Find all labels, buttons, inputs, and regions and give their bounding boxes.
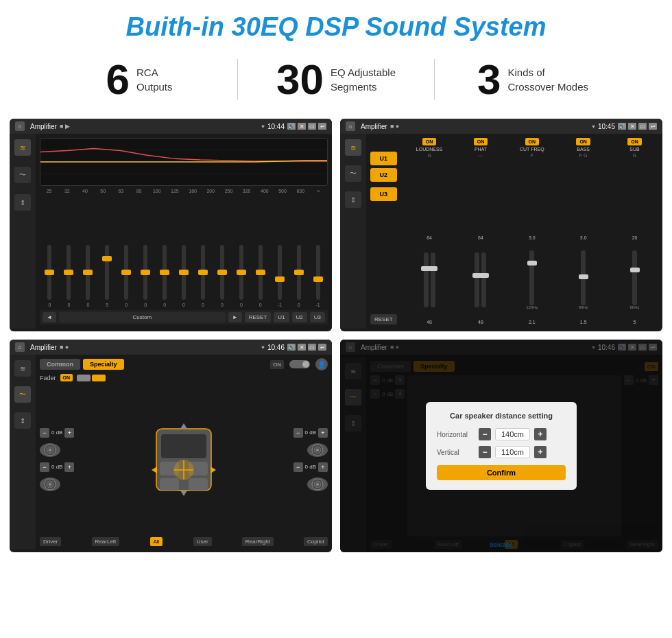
confirm-button[interactable]: Confirm	[437, 465, 566, 480]
slider-track-14[interactable]	[297, 245, 301, 300]
u3-button-1[interactable]: U3	[310, 312, 325, 322]
user-btn-3[interactable]: User	[193, 537, 212, 546]
stat-rca: 6 RCAOutputs	[41, 58, 237, 101]
eq-sidebar-wave-icon[interactable]: 〜	[14, 167, 31, 183]
eq-sidebar-eq-icon[interactable]: ≋	[14, 139, 31, 156]
slider-track-8[interactable]	[182, 245, 186, 300]
slider-col-12	[252, 245, 269, 300]
slider-track-7[interactable]	[163, 245, 167, 300]
slider-track-10[interactable]	[220, 245, 224, 300]
amp3-arrows-icon[interactable]: ⇕	[14, 412, 31, 429]
slider-track-4[interactable]	[105, 245, 109, 300]
slider-col-1	[41, 245, 58, 300]
db-row-rr: − 0 dB +	[293, 462, 328, 472]
prev-button[interactable]: ◄	[43, 312, 56, 322]
db-minus-rl[interactable]: −	[40, 462, 49, 472]
reset-button-1[interactable]: RESET	[245, 312, 272, 322]
slider-track-6[interactable]	[143, 245, 147, 300]
fader-label: Fader	[40, 375, 56, 381]
dialog-title: Car speaker distance setting	[437, 412, 566, 420]
rearleft-btn-3[interactable]: RearLeft	[92, 537, 120, 546]
bass-label: BASS	[577, 147, 590, 152]
horizontal-minus-btn[interactable]: −	[479, 428, 491, 440]
vertical-plus-btn[interactable]: +	[534, 446, 547, 458]
amp3-eq-icon[interactable]: ≋	[14, 360, 31, 377]
fader-on-btn[interactable]: ON	[60, 374, 73, 381]
db-row-fr: − 0 dB +	[293, 428, 328, 438]
home-icon-1[interactable]: ⌂	[15, 121, 25, 131]
u2-button-1[interactable]: U2	[292, 312, 307, 322]
u1-button-1[interactable]: U1	[274, 312, 289, 322]
slider-track-13[interactable]	[278, 245, 282, 300]
slider-track-2[interactable]	[67, 245, 71, 300]
amp3-wave-icon[interactable]: 〜	[14, 386, 31, 403]
val-9: 0	[195, 303, 212, 307]
home-icon-2[interactable]: ⌂	[346, 121, 355, 131]
speaker-icon-2: 🔊	[618, 123, 626, 130]
slider-col-7	[156, 245, 173, 300]
expand-icon[interactable]: »	[311, 189, 326, 193]
slider-track-15[interactable]	[316, 245, 320, 300]
db-plus-fl[interactable]: +	[64, 428, 74, 438]
copilot-btn-3[interactable]: Copilot	[304, 537, 328, 546]
slider-track-12[interactable]	[259, 245, 263, 300]
toggle-switch-3[interactable]	[289, 360, 310, 368]
screen-dialog: ⌂ Amplifier ■ ● ♥ 10:46 🔊 ✕ ▭ ↩ ≋ 〜 ⇕ Co…	[340, 340, 662, 552]
sub-on[interactable]: ON	[627, 138, 642, 145]
screen-speaker: ⌂ Amplifier ■ ● ♥ 10:46 🔊 ✕ ▭ ↩ ≋ 〜 ⇕	[10, 340, 332, 552]
next-button[interactable]: ►	[228, 312, 242, 322]
db-plus-rr[interactable]: +	[318, 462, 328, 472]
vertical-minus-btn[interactable]: −	[479, 446, 491, 458]
custom-button[interactable]: Custom	[59, 312, 226, 322]
slider-track-11[interactable]	[239, 245, 243, 300]
amp2-arrows-icon[interactable]: ⇕	[345, 191, 361, 208]
specialty-tab-3[interactable]: Specialty	[83, 359, 124, 370]
back-icon-3: ↩	[318, 344, 326, 351]
fader-slider-track[interactable]	[77, 375, 91, 381]
phat-on[interactable]: ON	[474, 138, 488, 145]
profile-icon-3[interactable]: 👤	[315, 358, 328, 370]
horizontal-plus-btn[interactable]: +	[534, 428, 547, 440]
eq-sliders-area	[40, 196, 328, 300]
slider-track-1[interactable]	[47, 245, 51, 300]
sub-label: SUB	[629, 147, 639, 152]
svg-rect-10	[161, 434, 206, 458]
eq-sidebar-arrows-icon[interactable]: ⇕	[14, 194, 31, 211]
db-minus-rr[interactable]: −	[293, 462, 303, 472]
svg-rect-14	[189, 478, 208, 491]
slider-track-3[interactable]	[86, 245, 90, 300]
db-plus-rl[interactable]: +	[64, 462, 74, 472]
slider-track-9[interactable]	[201, 245, 205, 300]
amp2-wave-icon[interactable]: 〜	[345, 165, 361, 182]
bass-sub: F G	[579, 153, 588, 158]
db-minus-fl[interactable]: −	[40, 428, 49, 438]
u3-button-2[interactable]: U3	[370, 187, 397, 201]
sub-sub: G	[633, 153, 636, 158]
val-8: 0	[176, 303, 193, 307]
bass-on[interactable]: ON	[576, 138, 590, 145]
u2-button-2[interactable]: U2	[370, 168, 397, 182]
db-minus-fr[interactable]: −	[293, 428, 303, 438]
slider-track-5[interactable]	[124, 245, 128, 300]
common-tab-3[interactable]: Common	[40, 359, 80, 370]
stat-crossover-number: 3	[477, 58, 501, 101]
rearright-btn-3[interactable]: RearRight	[242, 537, 274, 546]
speaker-icon-1: 🔊	[287, 123, 296, 130]
u1-button-2[interactable]: U1	[370, 152, 397, 165]
svg-marker-21	[211, 466, 216, 473]
loudness-on[interactable]: ON	[422, 138, 437, 145]
car-diagram	[77, 408, 290, 511]
driver-btn-3[interactable]: Driver	[40, 537, 61, 546]
home-icon-3[interactable]: ⌂	[15, 342, 25, 352]
freq-63: 63	[113, 189, 129, 193]
eq-bottom-bar: ◄ Custom ► RESET U1 U2 U3	[40, 310, 328, 324]
reset-button-2[interactable]: RESET	[370, 314, 397, 324]
val-14: 0	[290, 303, 307, 307]
cutfreq-on[interactable]: ON	[525, 138, 540, 145]
cutfreq-label: CUT FREQ	[520, 147, 544, 152]
db-plus-fr[interactable]: +	[318, 428, 328, 438]
amp2-eq-icon[interactable]: ≋	[345, 139, 361, 156]
fader-slider-active[interactable]	[92, 375, 106, 381]
horizontal-label: Horizontal	[437, 431, 475, 438]
all-btn-3[interactable]: All	[150, 537, 163, 546]
